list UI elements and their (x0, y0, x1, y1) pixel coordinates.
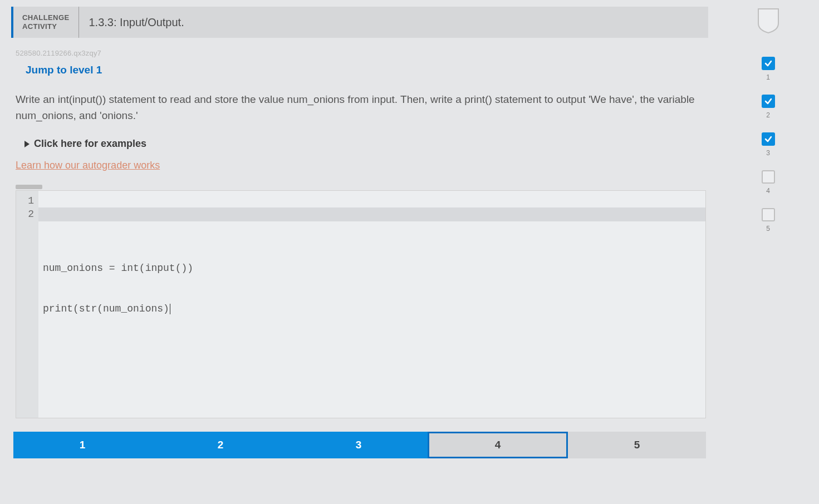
triangle-right-icon (24, 141, 30, 147)
code-editor[interactable]: 1 2 num_onions = int(input()) print(str(… (16, 190, 706, 418)
challenge-label-line2: ACTIVITY (22, 22, 70, 31)
progress-item-number: 5 (766, 225, 770, 233)
code-line: print(str(num_onions) (43, 302, 705, 315)
horizontal-scroll-thumb[interactable] (16, 185, 42, 189)
line-number-gutter: 1 2 (16, 191, 38, 418)
prompt-text: Write an int(input()) statement to read … (16, 92, 706, 123)
examples-toggle[interactable]: Click here for examples (24, 138, 706, 150)
line-number: 1 (16, 194, 34, 207)
code-line: num_onions = int(input()) (43, 261, 705, 275)
line-number: 2 (16, 207, 34, 221)
level-step-4[interactable]: 4 (428, 432, 568, 458)
activity-body: 528580.2119266.qx3zqy7 Jump to level 1 W… (16, 49, 706, 418)
challenge-label-line1: CHALLENGE (22, 13, 70, 22)
level-progress-bar: 1 2 3 4 5 (13, 432, 706, 458)
checkbox-empty-icon (762, 208, 775, 221)
challenge-activity-badge: CHALLENGE ACTIVITY (13, 7, 79, 38)
progress-checklist: 1 2 3 4 5 (717, 57, 819, 233)
check-icon (762, 132, 775, 146)
jump-to-level-link[interactable]: Jump to level 1 (26, 64, 706, 76)
progress-item-5[interactable]: 5 (762, 208, 775, 233)
code-editor-container: 1 2 num_onions = int(input()) print(str(… (16, 185, 706, 418)
code-area[interactable]: num_onions = int(input()) print(str(num_… (38, 191, 705, 418)
progress-item-4[interactable]: 4 (762, 170, 775, 195)
level-step-5[interactable]: 5 (568, 432, 706, 458)
activity-header: CHALLENGE ACTIVITY 1.3.3: Input/Output. (11, 7, 708, 38)
level-step-3[interactable]: 3 (290, 432, 428, 458)
progress-item-3[interactable]: 3 (762, 132, 775, 157)
main-content: CHALLENGE ACTIVITY 1.3.3: Input/Output. … (0, 0, 717, 504)
text-cursor (170, 304, 170, 315)
level-step-2[interactable]: 2 (151, 432, 290, 458)
progress-item-number: 4 (766, 187, 770, 195)
activity-title: 1.3.3: Input/Output. (79, 7, 184, 38)
progress-item-number: 1 (766, 73, 770, 81)
progress-item-2[interactable]: 2 (762, 95, 775, 119)
progress-item-number: 3 (766, 149, 770, 157)
level-step-1[interactable]: 1 (13, 432, 151, 458)
checkbox-empty-icon (762, 170, 775, 184)
examples-toggle-label: Click here for examples (34, 138, 146, 150)
progress-item-1[interactable]: 1 (762, 57, 775, 81)
right-sidebar: 1 2 3 4 5 (717, 0, 819, 504)
shield-icon (757, 8, 780, 33)
active-line-highlight (38, 207, 705, 221)
check-icon (762, 95, 775, 108)
progress-item-number: 2 (766, 111, 770, 119)
check-icon (762, 57, 775, 70)
autograder-link[interactable]: Learn how our autograder works (16, 160, 160, 171)
seed-id: 528580.2119266.qx3zqy7 (16, 49, 706, 57)
